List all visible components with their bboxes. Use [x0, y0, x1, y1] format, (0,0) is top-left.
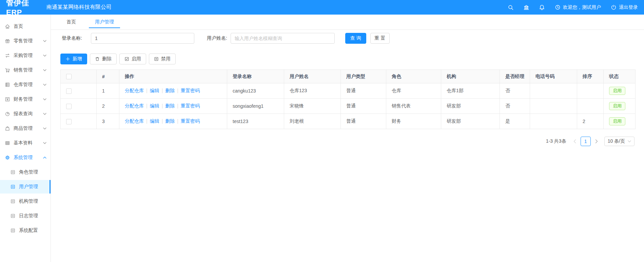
- edit-link[interactable]: 编辑: [150, 88, 159, 93]
- add-button-label: 新增: [73, 56, 82, 62]
- login-name-label: 登录名称:: [62, 35, 82, 41]
- next-page-button[interactable]: [593, 137, 600, 146]
- sidebar-menu: 首页 零售管理 采购管理 销售管理 仓库管理: [0, 15, 51, 262]
- chevron-down-icon: [43, 127, 46, 129]
- page-number-button[interactable]: 1: [581, 137, 591, 146]
- disable-button[interactable]: 禁用: [149, 54, 176, 64]
- reset-button[interactable]: 重 置: [370, 33, 390, 44]
- reset-password-link[interactable]: 重置密码: [181, 118, 200, 124]
- sidebar-item-label: 报表查询: [14, 111, 33, 117]
- sidebar-item-purchase[interactable]: 采购管理: [0, 49, 51, 62]
- search-icon[interactable]: [508, 4, 514, 11]
- sidebar-item-finance[interactable]: 财务管理: [0, 93, 51, 106]
- sidebar-item-label: 基本资料: [14, 140, 33, 146]
- prev-page-button[interactable]: [571, 137, 579, 146]
- select-all-checkbox[interactable]: [66, 74, 72, 79]
- welcome-text: 欢迎您，测试用户: [563, 4, 601, 11]
- pagination-bar: 1-3 共3条 1 10 条/页: [60, 137, 635, 146]
- reset-password-link[interactable]: 重置密码: [181, 88, 200, 93]
- cell-operations: 分配仓库|编辑|删除|重置密码: [119, 83, 227, 99]
- page-size-select[interactable]: 10 条/页: [604, 137, 635, 146]
- sidebar-item-label: 商品管理: [14, 125, 33, 132]
- app-window: 管伊佳ERP 南通某某网络科技有限公司 欢迎您，测试用户: [0, 0, 644, 262]
- link-divider: |: [177, 103, 178, 108]
- cell-login: test123: [227, 114, 284, 129]
- edit-link[interactable]: 编辑: [150, 103, 159, 108]
- cell-type: 普通: [341, 99, 386, 114]
- status-badge: 启用: [609, 117, 625, 125]
- notification-bell-icon[interactable]: [539, 4, 545, 11]
- link-divider: |: [146, 118, 148, 124]
- status-badge: 启用: [609, 102, 625, 110]
- search-button[interactable]: 查 询: [345, 33, 366, 44]
- tab-home[interactable]: 首页: [66, 15, 76, 29]
- cell-role: 销售代表: [386, 99, 441, 114]
- cell-org: 仓库1部: [441, 83, 500, 99]
- gear-icon: [5, 155, 10, 160]
- sidebar-item-label: 采购管理: [14, 53, 33, 59]
- sidebar-item-label: 日志管理: [19, 213, 38, 219]
- row-checkbox[interactable]: [66, 104, 72, 109]
- reset-password-link[interactable]: 重置密码: [181, 103, 200, 108]
- users-table: # 操作 登录名称 用户姓名 用户类型 角色 机构 是否经理 电话号码 排序 状…: [60, 69, 636, 129]
- sidebar-item-goods[interactable]: 商品管理: [0, 122, 51, 135]
- delete-link[interactable]: 删除: [165, 103, 175, 108]
- col-type: 用户类型: [341, 70, 386, 83]
- user-name-input[interactable]: [231, 33, 335, 44]
- delete-button[interactable]: 删除: [90, 54, 117, 64]
- col-role: 角色: [386, 70, 441, 83]
- sidebar-item-system-config[interactable]: 系统配置: [0, 224, 51, 237]
- top-header-bar: 管伊佳ERP 南通某某网络科技有限公司 欢迎您，测试用户: [0, 0, 644, 15]
- sidebar-item-basedata[interactable]: 基本资料: [0, 136, 51, 150]
- disable-button-label: 禁用: [161, 56, 171, 62]
- cell-type: 普通: [341, 83, 386, 99]
- sidebar-item-label: 机构管理: [19, 198, 38, 204]
- col-manager: 是否经理: [500, 70, 530, 83]
- col-login: 登录名称: [227, 70, 284, 83]
- row-checkbox[interactable]: [66, 119, 72, 124]
- document-icon: [10, 199, 16, 204]
- chevron-down-icon: [43, 84, 46, 86]
- cell-sort: [577, 83, 604, 99]
- cell-name: 宋晓锋: [284, 99, 341, 114]
- sidebar-item-label: 用户管理: [19, 184, 38, 190]
- delete-link[interactable]: 删除: [165, 88, 175, 93]
- sidebar-item-org-mgmt[interactable]: 机构管理: [0, 195, 51, 208]
- sidebar-item-home[interactable]: 首页: [0, 20, 51, 33]
- col-status: 状态: [604, 70, 636, 83]
- welcome-user[interactable]: 欢迎您，测试用户: [554, 4, 601, 11]
- add-button[interactable]: 新增: [60, 54, 87, 64]
- sidebar-item-system[interactable]: 系统管理: [0, 151, 51, 164]
- sidebar-item-role-mgmt[interactable]: 角色管理: [0, 165, 51, 179]
- sidebar-item-warehouse[interactable]: 仓库管理: [0, 78, 51, 92]
- gift-icon: [5, 38, 10, 44]
- logout-button[interactable]: 退出登录: [610, 4, 638, 11]
- sidebar-item-report[interactable]: 报表查询: [0, 107, 51, 121]
- cell-phone: [530, 99, 577, 114]
- chevron-down-icon: [43, 69, 46, 71]
- cell-index: 1: [97, 83, 119, 99]
- tab-user-mgmt[interactable]: 用户管理: [95, 15, 114, 29]
- delete-link[interactable]: 删除: [165, 118, 175, 124]
- login-name-input[interactable]: [91, 33, 194, 44]
- edit-link[interactable]: 编辑: [150, 118, 159, 124]
- row-checkbox[interactable]: [66, 88, 72, 94]
- trash-icon: [95, 57, 100, 61]
- sidebar-item-retail[interactable]: 零售管理: [0, 34, 51, 48]
- cell-role: 仓库: [386, 83, 441, 99]
- assign-warehouse-link[interactable]: 分配仓库: [125, 118, 144, 124]
- cell-login: cangku123: [227, 83, 284, 99]
- chevron-down-icon: [43, 113, 46, 115]
- sidebar-item-sales[interactable]: 销售管理: [0, 63, 51, 77]
- cell-role: 财务: [386, 114, 441, 129]
- assign-warehouse-link[interactable]: 分配仓库: [125, 103, 144, 108]
- col-name: 用户姓名: [284, 70, 341, 83]
- sidebar-item-user-mgmt[interactable]: 用户管理: [0, 180, 51, 194]
- assign-warehouse-link[interactable]: 分配仓库: [125, 88, 144, 93]
- cell-index: 2: [97, 99, 119, 114]
- sidebar-item-log-mgmt[interactable]: 日志管理: [0, 209, 51, 223]
- home-icon: [5, 24, 10, 29]
- warehouse-icon: [5, 82, 10, 87]
- platform-home-icon[interactable]: [523, 4, 529, 11]
- enable-button[interactable]: 启用: [119, 54, 146, 64]
